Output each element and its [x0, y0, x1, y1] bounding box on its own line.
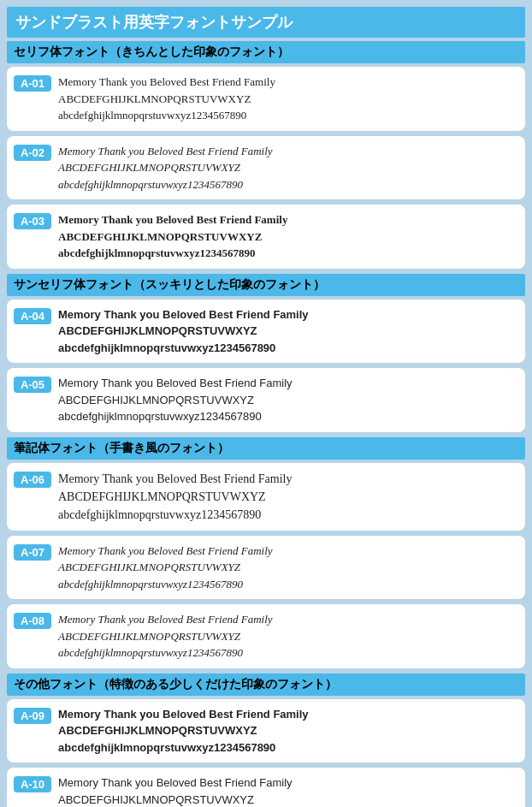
font-sample-line1: Memory Thank you Beloved Best Friend Fam…: [58, 375, 517, 392]
font-id-badge: A-08: [14, 613, 51, 629]
font-sample-line2: ABCDEFGHIJKLMNOPQRSTUVWXYZ: [58, 392, 517, 409]
font-id-badge: A-01: [14, 75, 51, 92]
font-sample-text: Memory Thank you Beloved Best Friend Fam…: [58, 543, 517, 593]
font-sample-line3: abcdefghijklmnopqrstuvwxyz1234567890: [58, 739, 517, 757]
page-title: サンドブラスト用英字フォントサンプル: [7, 7, 525, 38]
font-card-a10: A-10Memory Thank you Beloved Best Friend…: [7, 768, 525, 807]
font-id-badge: A-02: [14, 145, 51, 161]
font-sample-line1: Memory Thank you Beloved Best Friend Fam…: [58, 706, 517, 723]
font-sample-text: Memory Thank you Beloved Best Friend Fam…: [58, 211, 517, 262]
font-sample-text: Memory Thank you Beloved Best Friend Fam…: [58, 774, 517, 807]
font-sample-text: Memory Thank you Beloved Best Friend Fam…: [58, 375, 517, 425]
font-sample-text: Memory Thank you Beloved Best Friend Fam…: [58, 74, 517, 124]
font-sample-line3: abcdefghijklmnopqrstuvwxyz1234567890: [58, 107, 517, 124]
font-card-a09: A-09Memory Thank you Beloved Best Friend…: [7, 699, 525, 763]
font-card-a04: A-04Memory Thank you Beloved Best Friend…: [7, 300, 525, 364]
font-sample-line3: abcdefghijklmnopqrstuvwxyz1234567890: [58, 576, 517, 593]
font-sample-line3: abcdefghijklmnopqrstuvwxyz1234567890: [58, 245, 517, 262]
font-sample-line3: abcdefghijklmnopqrstuvwxyz1234567890: [58, 340, 517, 357]
font-sample-line2: ABCDEFGHIJKLMNOPQRSTUVWXYZ: [58, 488, 517, 506]
font-id-badge: A-09: [14, 708, 51, 724]
font-sample-line1: Memory Thank you Beloved Best Friend Fam…: [58, 470, 517, 488]
section-header-serif: セリフ体フォント（きちんとした印象のフォント）: [7, 41, 525, 63]
font-sample-line2: ABCDEFGHIJKLMNOPQRSTUVWXYZ: [58, 722, 517, 739]
font-sample-line2: ABCDEFGHIJKLMNOPQRSTUVWXYZ: [58, 323, 517, 340]
font-card-a05: A-05Memory Thank you Beloved Best Friend…: [7, 368, 525, 432]
font-card-a06: A-06Memory Thank you Beloved Best Friend…: [7, 463, 525, 531]
font-sample-line2: ABCDEFGHIJKLMNOPQRSTUVWXYZ: [58, 559, 517, 576]
font-sample-line3: abcdefghijklmnopqrstuvwxyz1234567890: [58, 506, 517, 524]
font-id-badge: A-05: [14, 377, 51, 393]
font-sample-line2: ABCDEFGHIJKLMNOPQRSTUVWXYZ: [58, 792, 517, 808]
font-sample-text: Memory Thank you Beloved Best Friend Fam…: [58, 306, 517, 357]
font-id-badge: A-07: [14, 544, 51, 561]
section-header-sans: サンセリフ体フォント（スッキリとした印象のフォント）: [7, 274, 525, 296]
font-sample-line1: Memory Thank you Beloved Best Friend Fam…: [58, 774, 517, 792]
section-header-other: その他フォント（特徴のある少しくだけた印象のフォント）: [7, 673, 525, 696]
font-id-badge: A-03: [14, 213, 51, 229]
font-sample-line3: abcdefghijklmnopqrstuvwxyz1234567890: [58, 408, 517, 425]
font-sample-line1: Memory Thank you Beloved Best Friend Fam…: [58, 74, 517, 91]
font-id-badge: A-04: [14, 308, 51, 324]
font-card-a02: A-02Memory Thank you Beloved Best Friend…: [7, 136, 525, 200]
font-sample-text: Memory Thank you Beloved Best Friend Fam…: [58, 611, 517, 662]
font-sample-text: Memory Thank you Beloved Best Friend Fam…: [58, 706, 517, 757]
font-sample-line3: abcdefghijklmnopqrstuvwxyz1234567890: [58, 176, 517, 193]
font-card-a08: A-08Memory Thank you Beloved Best Friend…: [7, 604, 525, 668]
font-sample-text: Memory Thank you Beloved Best Friend Fam…: [58, 143, 517, 193]
font-card-a07: A-07Memory Thank you Beloved Best Friend…: [7, 536, 525, 600]
font-sample-line2: ABCDEFGHIJKLMNOPQRSTUVWXYZ: [58, 628, 517, 645]
font-sample-line1: Memory Thank you Beloved Best Friend Fam…: [58, 211, 517, 228]
font-sample-line2: ABCDEFGHIJKLMNOPQRSTUVWXYZ: [58, 228, 517, 246]
font-id-badge: A-10: [14, 776, 51, 792]
font-sample-line3: abcdefghijklmnopqrstuvwxyz1234567890: [58, 644, 517, 662]
font-card-a03: A-03Memory Thank you Beloved Best Friend…: [7, 205, 525, 269]
section-header-script: 筆記体フォント（手書き風のフォント）: [7, 437, 525, 460]
font-id-badge: A-06: [14, 472, 51, 488]
font-sample-line2: ABCDEFGHIJKLMNOPQRSTUVWXYZ: [58, 159, 517, 176]
font-sample-line1: Memory Thank you Beloved Best Friend Fam…: [58, 611, 517, 628]
font-sample-text: Memory Thank you Beloved Best Friend Fam…: [58, 470, 517, 524]
font-sample-line2: ABCDEFGHIJKLMNOPQRSTUVWXYZ: [58, 91, 517, 108]
font-card-a01: A-01Memory Thank you Beloved Best Friend…: [7, 67, 525, 131]
font-sample-line1: Memory Thank you Beloved Best Friend Fam…: [58, 543, 517, 560]
font-sample-line1: Memory Thank you Beloved Best Friend Fam…: [58, 143, 517, 160]
font-sample-line1: Memory Thank you Beloved Best Friend Fam…: [58, 306, 517, 323]
